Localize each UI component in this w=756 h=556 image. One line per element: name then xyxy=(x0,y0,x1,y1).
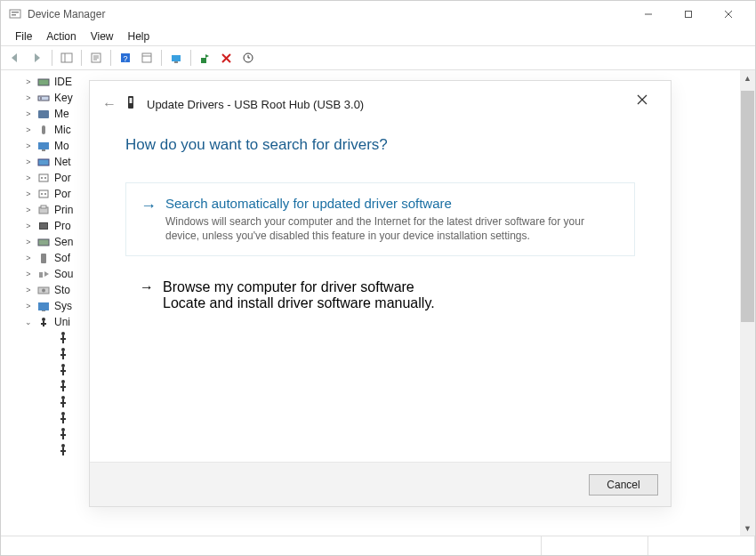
window-controls xyxy=(628,2,748,27)
arrow-right-icon: → xyxy=(140,279,154,295)
scroll-down-icon[interactable]: ▼ xyxy=(744,520,752,536)
svg-point-66 xyxy=(61,412,65,415)
tree-node-label: Sto xyxy=(54,284,70,296)
disable-icon[interactable] xyxy=(217,48,237,68)
svg-point-45 xyxy=(42,289,45,293)
category-icon xyxy=(36,75,51,89)
expander-icon[interactable]: > xyxy=(24,286,33,294)
svg-rect-1 xyxy=(12,12,19,13)
svg-rect-7 xyxy=(61,53,72,62)
wizard-footer: Cancel xyxy=(90,462,671,506)
tree-node-label: IDE xyxy=(54,76,72,88)
category-icon xyxy=(36,251,51,265)
forward-icon[interactable] xyxy=(28,48,47,68)
expander-icon[interactable]: > xyxy=(24,109,33,118)
svg-rect-43 xyxy=(39,272,43,278)
expander-icon[interactable]: > xyxy=(24,238,33,246)
help-icon[interactable]: ? xyxy=(116,48,135,68)
back-icon[interactable] xyxy=(6,48,26,68)
tree-node-label: Uni xyxy=(54,316,70,328)
usb-icon xyxy=(56,395,70,409)
tree-node-label: Prin xyxy=(54,204,73,216)
scan-hardware-icon[interactable] xyxy=(238,48,258,68)
svg-point-48 xyxy=(42,318,45,321)
svg-rect-18 xyxy=(174,61,178,63)
menu-view[interactable]: View xyxy=(85,28,119,44)
expander-icon[interactable]: > xyxy=(24,302,33,310)
expander-icon[interactable]: > xyxy=(24,157,33,166)
option-browse-computer[interactable]: → Browse my computer for driver software… xyxy=(125,279,635,311)
svg-rect-28 xyxy=(38,142,49,149)
category-icon xyxy=(36,123,51,137)
expander-icon[interactable]: > xyxy=(24,254,33,262)
expander-icon[interactable]: > xyxy=(24,77,33,86)
tree-node-label: Me xyxy=(54,108,69,120)
close-button[interactable] xyxy=(708,2,748,27)
svg-rect-15 xyxy=(142,53,151,62)
category-icon xyxy=(36,267,51,281)
menu-action[interactable]: Action xyxy=(41,28,81,44)
expander-icon[interactable]: > xyxy=(24,189,33,198)
scroll-thumb[interactable] xyxy=(741,91,754,322)
expander-icon[interactable]: > xyxy=(24,270,33,278)
expander-icon[interactable]: > xyxy=(24,205,33,214)
window-title: Device Manager xyxy=(28,8,628,20)
category-icon xyxy=(36,203,51,217)
wizard-question: How do you want to search for drivers? xyxy=(125,136,635,154)
wizard-back-button[interactable]: ← xyxy=(102,96,117,112)
svg-rect-76 xyxy=(130,98,133,103)
update-driver-icon[interactable] xyxy=(166,48,186,68)
device-icon xyxy=(125,95,138,113)
usb-icon xyxy=(56,427,70,441)
expander-icon[interactable]: > xyxy=(24,125,33,134)
tree-node-label: Por xyxy=(54,172,71,184)
svg-rect-42 xyxy=(41,254,46,263)
wizard-close-button[interactable] xyxy=(623,86,662,113)
category-icon xyxy=(36,235,51,249)
expander-icon[interactable]: > xyxy=(24,141,33,150)
svg-text:?: ? xyxy=(123,54,127,63)
vertical-scrollbar[interactable]: ▲ ▼ xyxy=(740,70,755,536)
properties-icon[interactable] xyxy=(86,48,106,68)
svg-rect-40 xyxy=(40,223,47,229)
svg-rect-29 xyxy=(42,149,45,151)
menu-file[interactable]: File xyxy=(10,28,37,44)
svg-rect-2 xyxy=(12,14,16,16)
expander-icon[interactable]: ⌄ xyxy=(24,318,33,326)
category-icon xyxy=(36,155,51,169)
expander-icon[interactable]: > xyxy=(24,222,33,230)
category-icon xyxy=(36,171,51,185)
minimize-button[interactable] xyxy=(628,2,668,27)
maximize-button[interactable] xyxy=(668,2,708,27)
uninstall-icon[interactable] xyxy=(196,48,215,68)
svg-rect-19 xyxy=(201,58,206,63)
category-icon xyxy=(36,315,51,329)
wizard-title: Update Drivers - USB Root Hub (USB 3.0) xyxy=(147,98,364,111)
svg-rect-23 xyxy=(38,79,49,85)
option1-desc: Windows will search your computer and th… xyxy=(165,214,620,243)
menubar: File Action View Help xyxy=(1,28,755,45)
svg-rect-26 xyxy=(38,110,49,118)
expander-icon[interactable]: > xyxy=(24,93,33,102)
option-search-automatically[interactable]: → Search automatically for updated drive… xyxy=(125,182,635,256)
expander-icon[interactable]: > xyxy=(24,173,33,182)
category-icon xyxy=(36,107,51,121)
svg-rect-46 xyxy=(38,302,49,310)
tree-node-label: Key xyxy=(54,92,73,104)
titlebar: Device Manager xyxy=(1,1,755,28)
tree-node-label: Mo xyxy=(54,140,69,152)
usb-icon xyxy=(56,443,70,457)
svg-rect-27 xyxy=(42,125,45,134)
toolbar: ? xyxy=(1,45,755,70)
svg-point-51 xyxy=(61,332,65,335)
menu-help[interactable]: Help xyxy=(123,28,156,44)
scroll-up-icon[interactable]: ▲ xyxy=(744,70,752,85)
cancel-button[interactable]: Cancel xyxy=(589,474,658,496)
svg-rect-4 xyxy=(685,12,691,18)
tree-node-label: Sen xyxy=(54,236,73,248)
tree-node-label: Sou xyxy=(54,268,73,280)
category-icon xyxy=(36,219,51,233)
show-hide-tree-icon[interactable] xyxy=(57,48,76,68)
wizard-body: How do you want to search for drivers? →… xyxy=(90,127,671,462)
scan-icon[interactable] xyxy=(137,48,157,68)
